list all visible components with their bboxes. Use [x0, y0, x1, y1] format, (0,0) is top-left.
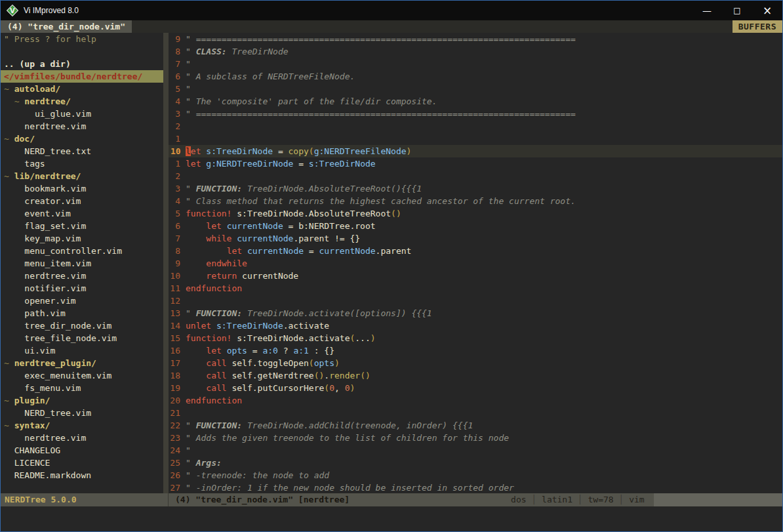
tree-dir-item[interactable]: ~ doc/ [4, 133, 163, 145]
code-line[interactable]: 22" FUNCTION: TreeDirNode.addChild(treen… [169, 419, 782, 432]
tree-file-item[interactable]: tree_file_node.vim [4, 332, 163, 344]
code-line[interactable]: 15function! s:TreeDirNode.activate(...) [169, 332, 782, 344]
tree-dir-item[interactable]: ~ nerdtree_plugin/ [4, 357, 163, 369]
line-number: 14 [169, 319, 186, 332]
tree-file-item[interactable]: key_map.vim [4, 232, 163, 245]
cursor-block: l [186, 146, 191, 156]
code-line[interactable]: 24" [169, 444, 782, 457]
dir-name: nerdtree_plugin/ [14, 358, 96, 368]
code-line[interactable]: 12 [169, 295, 782, 307]
tree-file-item[interactable]: path.vim [4, 307, 163, 319]
line-number: 12 [169, 295, 186, 307]
code-line[interactable]: 4" The 'composite' part of the file/dir … [169, 95, 782, 108]
code-line[interactable]: 19 call self.putCursorHere(0, 0) [169, 382, 782, 394]
code-text: " Args: [186, 457, 782, 469]
line-number: 8 [169, 245, 186, 257]
code-text: " CLASS: TreeDirNode [186, 45, 782, 58]
code-text: unlet s:TreeDirNode.activate [186, 319, 782, 332]
code-line[interactable]: 9" =====================================… [169, 33, 782, 45]
tree-file-item[interactable]: exec_menuitem.vim [4, 369, 163, 382]
gvim-window: V Vi IMproved 8.0 — □ × (4) "tree_dir_no… [0, 0, 783, 532]
code-line[interactable]: 3" =====================================… [169, 108, 782, 120]
tree-file-item[interactable]: notifier.vim [4, 282, 163, 295]
tree-file-item[interactable]: NERD_tree.vim [4, 407, 163, 419]
tree-file-item[interactable]: flag_set.vim [4, 220, 163, 232]
code-line[interactable]: 4" Class method that returns the highest… [169, 195, 782, 207]
tree-file-item[interactable]: tree_dir_node.vim [4, 319, 163, 332]
tree-dir-item[interactable]: ~ syntax/ [4, 419, 163, 432]
tree-file-item[interactable]: fs_menu.vim [4, 382, 163, 394]
code-line[interactable]: 23" Adds the given treenode to the list … [169, 432, 782, 444]
code-line[interactable]: 1 [169, 133, 782, 145]
line-number: 5 [169, 83, 186, 95]
tree-file-item[interactable]: menu_item.vim [4, 257, 163, 270]
maximize-button[interactable]: □ [722, 1, 752, 20]
vim-logo-icon: V [7, 5, 18, 16]
code-line[interactable]: 14unlet s:TreeDirNode.activate [169, 319, 782, 332]
tree-file-item[interactable]: opener.vim [4, 295, 163, 307]
code-text: " -treenode: the node to add [186, 469, 782, 481]
tree-file-item[interactable]: README.markdown [4, 469, 163, 481]
tree-dir-item[interactable]: ~ lib/nerdtree/ [4, 170, 163, 182]
code-line[interactable]: 16 let opts = a:0 ? a:1 : {} [169, 344, 782, 357]
code-line[interactable]: 6 let currentNode = b:NERDTree.root [169, 220, 782, 232]
code-line[interactable]: 8" CLASS: TreeDirNode [169, 45, 782, 58]
line-number: 7 [169, 232, 186, 245]
code-line[interactable]: 5function! s:TreeDirNode.AbsoluteTreeRoo… [169, 207, 782, 220]
code-line[interactable]: 10 return currentNode [169, 270, 782, 282]
tree-cwd-line[interactable]: </vimfiles/bundle/nerdtree/ [1, 70, 163, 83]
code-line[interactable]: 3" FUNCTION: TreeDirNode.AbsoluteTreeRoo… [169, 182, 782, 195]
code-line[interactable]: 10let s:TreeDirNode = copy(g:NERDTreeFil… [169, 145, 782, 157]
open-dir-indicator: ~ [4, 358, 14, 368]
minimize-button[interactable]: — [692, 1, 722, 20]
tree-blank-line [4, 45, 163, 58]
code-line[interactable]: 5" [169, 83, 782, 95]
tree-file-item[interactable]: ui_glue.vim [4, 108, 163, 120]
code-line[interactable]: 7" [169, 58, 782, 70]
tree-dir-item[interactable]: ~ plugin/ [4, 394, 163, 407]
code-line[interactable]: 21 [169, 407, 782, 419]
code-line[interactable]: 11endfunction [169, 282, 782, 295]
code-line[interactable]: 26" -treenode: the node to add [169, 469, 782, 481]
code-text: call self.getNerdtree().render() [186, 369, 782, 382]
code-line[interactable]: 27" -inOrder: 1 if the new node should b… [169, 481, 782, 493]
code-line[interactable]: 18 call self.getNerdtree().render() [169, 369, 782, 382]
code-line[interactable]: 2 [169, 170, 782, 182]
code-line[interactable]: 9 endwhile [169, 257, 782, 270]
tree-file-item[interactable]: NERD_tree.txt [4, 145, 163, 157]
line-number: 15 [169, 332, 186, 344]
tree-file-item[interactable]: ui.vim [4, 344, 163, 357]
code-line[interactable]: 20endfunction [169, 394, 782, 407]
tree-file-item[interactable]: event.vim [4, 207, 163, 220]
tree-file-item[interactable]: menu_controller.vim [4, 245, 163, 257]
tree-file-item[interactable]: nerdtree.vim [4, 270, 163, 282]
tree-file-item[interactable]: CHANGELOG [4, 444, 163, 457]
code-line[interactable]: 8 let currentNode = currentNode.parent [169, 245, 782, 257]
tree-dir-item[interactable]: ~ autoload/ [4, 83, 163, 95]
tree-dir-item[interactable]: ~ nerdtree/ [4, 95, 163, 108]
code-line[interactable]: 13" FUNCTION: TreeDirNode.activate([opti… [169, 307, 782, 319]
nerdtree-panel: " Press ? for help.. (up a dir)</vimfile… [1, 33, 163, 493]
close-icon: × [763, 4, 772, 17]
tab-tree-dir-node[interactable]: (4) "tree_dir_node.vim" [1, 20, 132, 33]
window-separator[interactable] [163, 33, 169, 493]
statusline-ruler: │1│10/636 (Top) [654, 493, 782, 506]
tree-file-item[interactable]: LICENCE [4, 457, 163, 469]
line-number: 10 [169, 145, 186, 157]
tree-file-item[interactable]: nerdtree.vim [4, 432, 163, 444]
code-line[interactable]: 6" A subclass of NERDTreeFileNode. [169, 70, 782, 83]
code-line[interactable]: 17 call self.toggleOpen(opts) [169, 357, 782, 369]
line-number: 4 [169, 195, 186, 207]
code-line[interactable]: 1let g:NERDTreeDirNode = s:TreeDirNode [169, 157, 782, 170]
open-dir-indicator: ~ [4, 84, 14, 94]
tree-file-item[interactable]: creator.vim [4, 195, 163, 207]
tree-file-item[interactable]: tags [4, 157, 163, 170]
code-line[interactable]: 25" Args: [169, 457, 782, 469]
code-line[interactable]: 7 while currentNode.parent != {} [169, 232, 782, 245]
code-text: let currentNode = currentNode.parent [186, 245, 782, 257]
code-line[interactable]: 2 [169, 120, 782, 133]
tree-file-item[interactable]: nerdtree.vim [4, 120, 163, 133]
tree-file-item[interactable]: bookmark.vim [4, 182, 163, 195]
close-button[interactable]: × [752, 1, 782, 20]
tree-updir-line[interactable]: .. (up a dir) [4, 58, 163, 70]
